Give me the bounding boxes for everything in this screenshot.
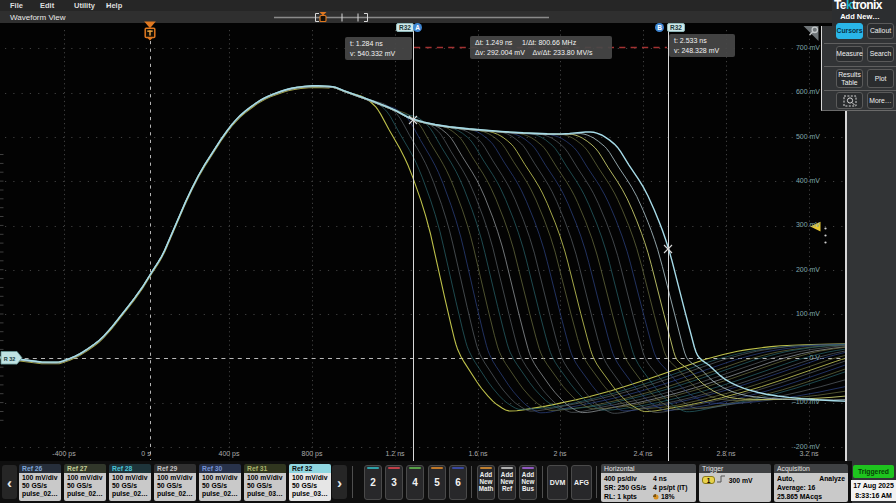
svg-text:R 32: R 32 bbox=[4, 356, 16, 362]
